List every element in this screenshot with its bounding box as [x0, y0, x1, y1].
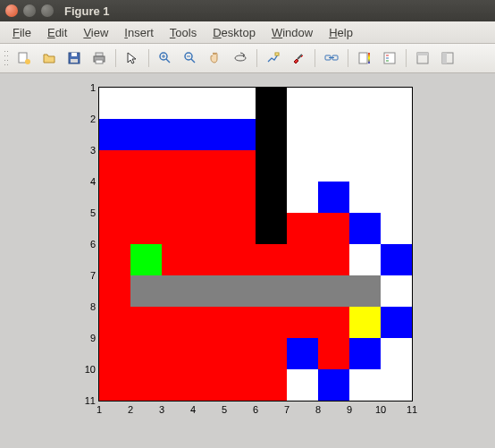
svg-rect-79: [349, 213, 381, 244]
svg-rect-59: [349, 150, 381, 182]
svg-rect-122: [130, 369, 162, 401]
rotate-button[interactable]: [229, 46, 252, 70]
svg-rect-104: [193, 307, 224, 338]
y-tick-label: 8: [90, 301, 96, 312]
x-tick-label: 2: [128, 404, 133, 415]
svg-rect-108: [318, 307, 349, 338]
menu-edit[interactable]: Edit: [40, 24, 74, 41]
y-tick-label: 5: [90, 207, 96, 218]
svg-rect-92: [130, 275, 162, 307]
svg-rect-37: [287, 88, 318, 119]
zoom-out-button[interactable]: [179, 46, 202, 70]
figure-canvas[interactable]: 12345678910111234567891011: [0, 73, 495, 448]
svg-rect-129: [349, 369, 381, 401]
svg-rect-113: [162, 338, 193, 369]
x-tick-label: 10: [375, 404, 386, 415]
svg-rect-90: [381, 244, 412, 275]
new-figure-button[interactable]: [13, 46, 36, 70]
legend-button[interactable]: [378, 46, 401, 70]
svg-rect-3: [71, 53, 77, 56]
svg-rect-56: [256, 150, 287, 182]
svg-rect-63: [162, 182, 193, 213]
x-tick-label: 3: [159, 404, 164, 415]
menu-view[interactable]: View: [76, 24, 115, 41]
data-cursor-button[interactable]: [262, 46, 285, 70]
print-button[interactable]: [88, 46, 111, 70]
svg-rect-97: [287, 275, 318, 307]
toolbar-separator: [148, 49, 149, 67]
svg-rect-126: [256, 369, 287, 401]
dock-button[interactable]: [436, 46, 459, 70]
svg-rect-83: [162, 244, 193, 275]
svg-rect-46: [256, 119, 287, 150]
zoom-in-button[interactable]: [154, 46, 177, 70]
svg-rect-106: [256, 307, 287, 338]
menu-help[interactable]: Help: [322, 24, 360, 41]
svg-rect-81: [99, 244, 130, 275]
svg-rect-75: [224, 213, 256, 244]
y-tick-label: 2: [90, 114, 96, 124]
svg-rect-41: [99, 119, 130, 150]
svg-rect-71: [99, 213, 130, 244]
x-tick-label: 1: [96, 404, 102, 415]
svg-rect-51: [99, 150, 130, 182]
x-tick-label: 9: [347, 404, 352, 415]
svg-rect-45: [224, 119, 256, 150]
svg-rect-42: [130, 119, 162, 150]
svg-rect-30: [442, 53, 447, 63]
pan-button[interactable]: [204, 46, 227, 70]
maximize-icon[interactable]: [41, 4, 54, 17]
svg-rect-21: [359, 53, 367, 63]
x-tick-label: 8: [315, 404, 321, 415]
menu-insert[interactable]: Insert: [117, 24, 161, 41]
svg-rect-48: [318, 119, 349, 150]
window-title: Figure 1: [64, 4, 110, 18]
svg-rect-69: [349, 182, 381, 213]
svg-rect-16: [275, 53, 279, 55]
svg-rect-125: [224, 369, 256, 401]
link-button[interactable]: [320, 46, 343, 70]
svg-rect-5: [96, 53, 103, 56]
open-file-button[interactable]: [38, 46, 61, 70]
svg-rect-91: [99, 275, 130, 307]
save-button[interactable]: [63, 46, 86, 70]
menu-window[interactable]: Window: [264, 24, 320, 41]
x-tick-label: 6: [253, 404, 258, 415]
select-button[interactable]: [121, 46, 144, 70]
svg-rect-68: [318, 182, 349, 213]
hide-tools-button[interactable]: [411, 46, 434, 70]
svg-rect-118: [318, 338, 349, 369]
svg-rect-98: [318, 275, 349, 307]
svg-rect-60: [381, 150, 412, 182]
x-tick-label: 5: [222, 404, 227, 415]
svg-line-9: [166, 59, 170, 63]
svg-rect-123: [162, 369, 193, 401]
axes[interactable]: 12345678910111234567891011: [98, 87, 413, 402]
svg-rect-70: [381, 182, 412, 213]
svg-rect-85: [224, 244, 256, 275]
svg-rect-38: [318, 88, 349, 119]
menu-tools[interactable]: Tools: [163, 24, 204, 41]
menu-file[interactable]: File: [5, 24, 38, 41]
svg-rect-89: [349, 244, 381, 275]
svg-rect-47: [287, 119, 318, 150]
svg-rect-88: [318, 244, 349, 275]
menu-collapse-icon[interactable]: [482, 24, 490, 41]
svg-rect-52: [130, 150, 162, 182]
svg-rect-65: [224, 182, 256, 213]
svg-rect-101: [99, 307, 130, 338]
svg-rect-58: [318, 150, 349, 182]
svg-rect-39: [349, 88, 381, 119]
minimize-icon[interactable]: [23, 4, 36, 17]
svg-rect-4: [71, 59, 78, 63]
colorbar-button[interactable]: [353, 46, 376, 70]
brush-button[interactable]: [287, 46, 310, 70]
svg-rect-44: [193, 119, 224, 150]
menubar: File Edit View Insert Tools Desktop Wind…: [0, 21, 495, 44]
svg-rect-61: [99, 182, 130, 213]
svg-rect-110: [381, 307, 412, 338]
close-icon[interactable]: [5, 4, 18, 17]
menu-desktop[interactable]: Desktop: [206, 24, 263, 41]
svg-rect-95: [224, 275, 256, 307]
svg-rect-111: [99, 338, 130, 369]
